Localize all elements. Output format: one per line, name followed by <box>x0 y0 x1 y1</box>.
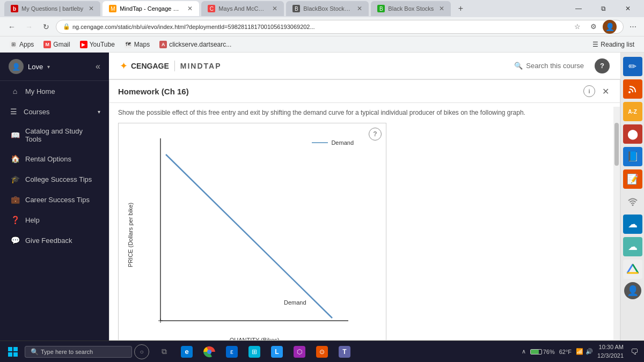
notification-button[interactable]: 🗨 <box>628 345 641 358</box>
chrome-app[interactable] <box>199 342 220 361</box>
username: Love <box>28 63 43 71</box>
teal-cloud-button[interactable]: ☁ <box>623 237 642 256</box>
orange-app[interactable]: ⊙ <box>311 342 333 361</box>
sidebar-item-feedback[interactable]: 💬 Give Feedback <box>0 230 109 250</box>
circle-tool-button[interactable]: ⬤ <box>623 124 642 144</box>
svg-rect-11 <box>8 352 12 357</box>
system-clock: 10:30 AM 12/3/2021 <box>597 343 624 360</box>
homework-header: Homework (Ch 16) i ✕ <box>109 80 620 103</box>
tab-mays-close[interactable]: ✕ <box>272 5 277 12</box>
homework-close-button[interactable]: ✕ <box>599 85 611 97</box>
sidebar-item-courses[interactable]: ☰ Courses ▾ <box>0 101 109 122</box>
orange-app-icon: ⊙ <box>316 346 328 358</box>
sidebar-nav: ⌂ My Home ☰ Courses ▾ 📖 Catalog and Stud… <box>0 81 109 341</box>
sidebar-item-catalog-label: Catalog and Study Tools <box>25 127 100 143</box>
edge2-app[interactable]: ε <box>221 342 243 361</box>
tab-bartleby[interactable]: b My Questions | bartleby ✕ <box>4 1 100 16</box>
start-button[interactable] <box>3 342 23 361</box>
scrollbar[interactable] <box>613 107 620 340</box>
back-button[interactable]: ← <box>4 19 19 34</box>
search-button[interactable]: 🔍 Search this course <box>514 62 584 70</box>
restore-button[interactable]: ⧉ <box>591 1 615 16</box>
bookmark-maps[interactable]: 🗺 Maps <box>120 40 154 49</box>
bookmark-apps[interactable]: ⊞ Apps <box>5 40 38 49</box>
demand-bottom-label: Demand <box>284 299 306 306</box>
address-bar[interactable]: 🔒 ng.cengage.com/static/nb/ui/evo/index.… <box>56 20 624 34</box>
notes-button[interactable]: 📝 <box>623 169 642 189</box>
tab-bartleby-close[interactable]: ✕ <box>89 5 94 12</box>
feedback-icon: 💬 <box>10 235 20 245</box>
expand-tray-icon[interactable]: ∧ <box>522 348 526 355</box>
bookmark-youtube[interactable]: ▶ YouTube <box>76 40 119 49</box>
bookmark-youtube-label: YouTube <box>90 41 115 48</box>
dart-favicon: A <box>159 41 167 48</box>
bookmark-dart[interactable]: A clickserve.dartsearc... <box>155 40 236 49</box>
rss-button[interactable] <box>623 79 642 99</box>
tab-blackbox2[interactable]: B Black Box Stocks ✕ <box>371 1 451 16</box>
az-button[interactable]: A-Z <box>623 102 642 121</box>
help-circle-button[interactable]: ? <box>595 58 610 73</box>
extensions-icon[interactable]: ⚙ <box>587 20 601 34</box>
taskview-button[interactable]: ⧉ <box>153 342 175 361</box>
edge-icon: e <box>181 346 193 358</box>
tab-blackbox2-close[interactable]: ✕ <box>439 5 444 12</box>
courses-icon: ☰ <box>9 107 18 116</box>
bookmark-star-icon[interactable]: ☆ <box>570 20 584 34</box>
edge-app[interactable]: e <box>176 342 197 361</box>
sidebar-item-rental[interactable]: 🏠 Rental Options <box>0 149 109 169</box>
mindtap-brand-text: MINDTAP <box>180 62 222 70</box>
store-app[interactable]: ⊞ <box>244 342 265 361</box>
tab-blackbox2-label: Black Box Stocks <box>388 5 434 12</box>
profile-avatar-button[interactable]: 👤 <box>624 282 641 299</box>
svg-line-2 <box>166 154 332 318</box>
tab-mindtap[interactable]: M MindTap - Cengage Learning ✕ <box>103 1 199 16</box>
scrollbar-thumb[interactable] <box>614 123 619 166</box>
refresh-button[interactable]: ↻ <box>39 19 54 34</box>
pencil-tool-button[interactable]: ✏ <box>623 57 642 76</box>
help-icon: ❓ <box>10 215 20 225</box>
nav-bar: ← → ↻ 🔒 ng.cengage.com/static/nb/ui/evo/… <box>0 17 644 36</box>
google-drive-button[interactable] <box>623 260 642 279</box>
sidebar-item-career-tips-label: Career Success Tips <box>25 196 90 204</box>
forward-button[interactable]: → <box>21 19 36 34</box>
cortana-button[interactable]: ○ <box>134 344 149 359</box>
tab-mays[interactable]: C Mays And McCovey Are Be... ✕ <box>201 1 284 16</box>
teams-app[interactable]: T <box>334 342 355 361</box>
sidebar-item-college-tips[interactable]: 🎓 College Success Tips <box>0 169 109 189</box>
demand-top-label-container: Demand <box>312 139 354 146</box>
book-button[interactable]: 📘 <box>623 147 642 166</box>
bookmark-gmail[interactable]: M Gmail <box>39 40 74 49</box>
reading-list-button[interactable]: ☰ Reading list <box>588 40 639 49</box>
app3-app[interactable]: ⬡ <box>289 342 310 361</box>
tab-blackbox1-close[interactable]: ✕ <box>357 5 362 12</box>
lynda-app[interactable]: L <box>266 342 288 361</box>
gmail-favicon: M <box>43 41 51 48</box>
cengage-logo: ✦ CENGAGE MINDTAP <box>120 60 222 72</box>
reading-list-label: Reading list <box>601 41 634 48</box>
settings-icon[interactable]: ⋯ <box>626 20 640 34</box>
tab-mindtap-close[interactable]: ✕ <box>187 5 193 12</box>
x-axis-label: QUANTITY (Bikes) <box>230 337 280 340</box>
sidebar-item-my-home[interactable]: ⌂ My Home <box>0 81 109 101</box>
taskbar-right: ∧ 76% 62°F 📶 🔊 10:30 AM 12/3/2021 🗨 <box>522 343 641 360</box>
sidebar-item-rental-label: Rental Options <box>25 155 71 163</box>
user-menu[interactable]: 👤 Love ▾ <box>9 59 50 74</box>
sidebar-item-career-tips[interactable]: 💼 Career Success Tips <box>0 189 109 210</box>
blue-cloud-button[interactable]: ☁ <box>623 215 642 234</box>
minimize-button[interactable]: — <box>567 1 590 16</box>
homework-info-button[interactable]: i <box>583 85 595 97</box>
taskbar-search-box[interactable]: 🔍 Type here to search <box>25 346 132 358</box>
bookmark-apps-label: Apps <box>19 41 34 48</box>
sidebar-header: 👤 Love ▾ « <box>0 53 109 81</box>
svg-point-5 <box>628 91 631 93</box>
new-tab-button[interactable]: + <box>453 1 468 16</box>
graph-help-button[interactable]: ? <box>369 128 382 141</box>
sidebar-item-help[interactable]: ❓ Help <box>0 210 109 230</box>
profile-icon[interactable]: 👤 <box>603 20 617 34</box>
sidebar-item-catalog[interactable]: 📖 Catalog and Study Tools <box>0 122 109 149</box>
close-button[interactable]: ✕ <box>616 1 640 16</box>
wifi-icon[interactable] <box>623 192 642 211</box>
blackbox1-favicon: B <box>292 5 300 12</box>
tab-blackbox1[interactable]: B BlackBox Stocks - The Most... ✕ <box>286 1 369 16</box>
sidebar-collapse-button[interactable]: « <box>96 62 100 71</box>
